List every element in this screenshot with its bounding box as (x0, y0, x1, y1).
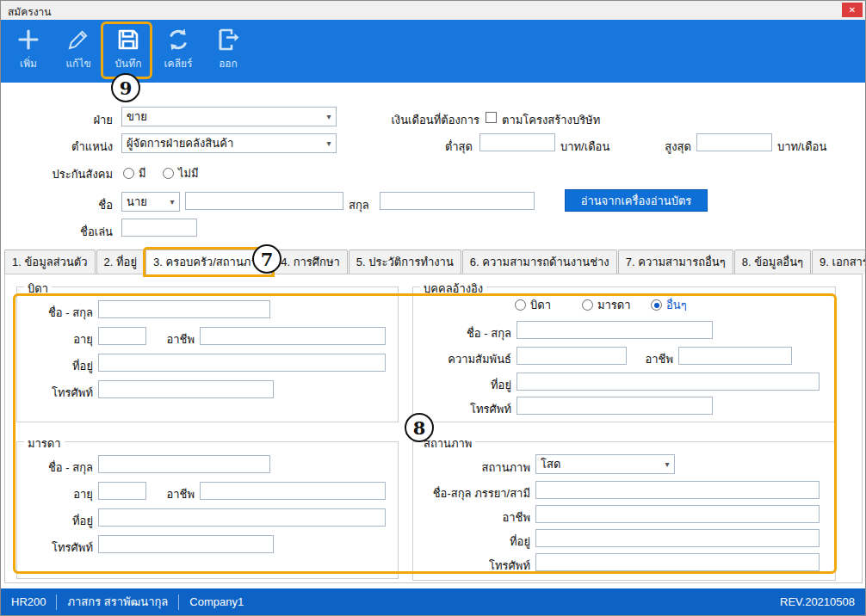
save-icon (114, 25, 143, 54)
spouse-name-label: ชื่อ-สกุล ภรรยา/สามี (415, 484, 530, 502)
statusbar-separator (56, 594, 57, 610)
reference-phone-label: โทรศัพท์ (436, 400, 511, 418)
title-bar: สมัครงาน ✕ (1, 1, 865, 21)
tab-personal-info[interactable]: 1. ข้อมูลส่วนตัว (4, 249, 96, 274)
radio-circle (515, 299, 526, 311)
marital-status-value: โสด (536, 455, 660, 473)
reference-occupation-input[interactable] (678, 347, 792, 365)
mother-phone-label: โทรศัพท์ (21, 539, 93, 557)
salary-max-input[interactable] (696, 133, 772, 151)
social-security-no-radio[interactable]: ไม่มี (163, 164, 199, 182)
reference-other-radio[interactable]: อื่นๆ (651, 296, 687, 314)
reference-father-radio[interactable]: บิดา (515, 296, 551, 314)
pencil-icon (64, 25, 93, 54)
tab-work-history[interactable]: 5. ประวัติการทำงาน (349, 249, 461, 274)
statusbar-revision: REV.20210508 (780, 595, 855, 608)
close-button[interactable]: ✕ (842, 3, 863, 17)
callout-step-7: 7 (252, 244, 281, 274)
surname-input[interactable] (380, 192, 535, 210)
radio-circle (123, 168, 134, 179)
nickname-input[interactable] (121, 219, 197, 237)
reference-groupbox: บุคคลอ้างอิง บิดา มารดา อื่นๆ ชื่อ - สกุ… (412, 286, 836, 422)
reference-address-label: ที่อยู่ (436, 376, 511, 394)
tab-education[interactable]: 4. การศึกษา (273, 249, 348, 274)
tab-other-info[interactable]: 8. ข้อมูลอื่นๆ (734, 249, 811, 274)
tab-bar: 1. ข้อมูลส่วนตัว 2. ที่อยู่ 3. ครอบครัว/… (1, 254, 865, 274)
marital-status-select[interactable]: โสด ▾ (535, 454, 675, 474)
marital-status-label: สถานภาพ (434, 459, 530, 477)
salary-min-input[interactable] (479, 133, 555, 151)
father-address-input[interactable] (98, 354, 386, 372)
radio-circle (651, 299, 662, 311)
spouse-address-input[interactable] (535, 529, 820, 547)
mother-age-input[interactable] (98, 482, 146, 500)
father-age-label: อายุ (21, 330, 93, 348)
department-label: ฝ่าย (48, 111, 113, 129)
salary-structure-checkbox[interactable] (486, 112, 497, 123)
clear-button[interactable]: เคลียร์ (154, 22, 202, 80)
father-occupation-input[interactable] (200, 327, 386, 345)
first-name-input[interactable] (185, 192, 343, 210)
save-button[interactable]: บันทึก (104, 22, 152, 80)
spouse-phone-input[interactable] (535, 553, 820, 571)
father-name-input[interactable] (98, 300, 270, 318)
statusbar-form-code: HR200 (11, 595, 46, 608)
mother-group-title: มารดา (24, 434, 65, 453)
statusbar-company: Company1 (189, 595, 244, 608)
department-select[interactable]: ขาย ▾ (121, 107, 337, 126)
exit-button-label: ออก (219, 55, 238, 71)
radio-circle (582, 299, 593, 311)
father-age-input[interactable] (98, 327, 146, 345)
statusbar-user-name: ภาสกร สราพัฒนากุล (67, 593, 168, 611)
mother-occupation-input[interactable] (200, 482, 386, 500)
tab-address[interactable]: 2. ที่อยู่ (96, 249, 145, 274)
read-card-button[interactable]: อ่านจากเครื่องอ่านบัตร (565, 189, 708, 212)
reference-phone-input[interactable] (517, 397, 713, 415)
mother-name-input[interactable] (98, 455, 270, 473)
plus-icon (14, 25, 43, 54)
salary-max-label: สูงสุด (646, 138, 691, 156)
marital-status-groupbox: สถานภาพ สถานภาพ โสด ▾ ชื่อ-สกุล ภรรยา/สา… (412, 441, 836, 581)
spouse-occupation-label: อาชีพ (434, 508, 530, 527)
reference-name-input[interactable] (517, 321, 713, 339)
mother-address-input[interactable] (98, 508, 386, 527)
exit-button[interactable]: ออก (204, 22, 252, 80)
clear-button-label: เคลียร์ (164, 55, 193, 71)
reference-relation-input[interactable] (517, 347, 627, 365)
spouse-name-input[interactable] (535, 481, 820, 499)
radio-circle (163, 168, 174, 179)
read-card-button-label: อ่านจากเครื่องอ่านบัตร (581, 192, 692, 210)
tab-documents-training[interactable]: 9. เอกสาร/การอบรม (812, 249, 866, 274)
chevron-down-icon: ▾ (660, 459, 674, 469)
reference-address-input[interactable] (517, 373, 820, 391)
reference-mother-radio[interactable]: มารดา (582, 296, 631, 314)
refresh-icon (164, 25, 193, 54)
reference-name-label: ชื่อ - สกุล (436, 324, 511, 342)
nickname-label: ชื่อเล่น (48, 223, 113, 241)
mother-occupation-label: อาชีพ (153, 485, 195, 503)
mother-name-label: ชื่อ - สกุล (21, 459, 93, 477)
chevron-down-icon: ▾ (322, 112, 336, 121)
exit-door-icon (213, 25, 243, 54)
mother-phone-input[interactable] (98, 535, 274, 553)
close-icon: ✕ (849, 5, 856, 15)
callout-9-number: 9 (120, 77, 133, 99)
mother-groupbox: มารดา ชื่อ - สกุล อายุ อาชีพ ที่อยู่ โทร… (16, 441, 399, 579)
department-value: ขาย (122, 108, 322, 126)
spouse-occupation-input[interactable] (535, 505, 820, 523)
tab-technical-skills[interactable]: 6. ความสามารถด้านงานช่าง (462, 249, 617, 274)
add-button[interactable]: เพิ่ม (4, 22, 53, 80)
position-select[interactable]: ผู้จัดการฝ่ายคลังสินค้า ▾ (121, 133, 337, 153)
edit-button-label: แก้ไข (65, 55, 90, 71)
tab-other-abilities[interactable]: 7. ความสามารถอื่นๆ (618, 249, 733, 274)
callout-step-9: 9 (111, 73, 140, 102)
save-button-label: บันทึก (115, 55, 142, 71)
name-title-select[interactable]: นาย ▾ (121, 192, 180, 212)
father-phone-input[interactable] (98, 380, 274, 398)
reference-relation-label: ความสัมพันธ์ (415, 350, 511, 368)
name-label: ชื่อ (53, 196, 113, 214)
salary-min-label: ต่ำสุด (431, 138, 473, 156)
edit-button[interactable]: แก้ไข (54, 22, 102, 80)
social-security-yes-radio[interactable]: มี (123, 164, 146, 182)
father-address-label: ที่อยู่ (21, 357, 93, 375)
